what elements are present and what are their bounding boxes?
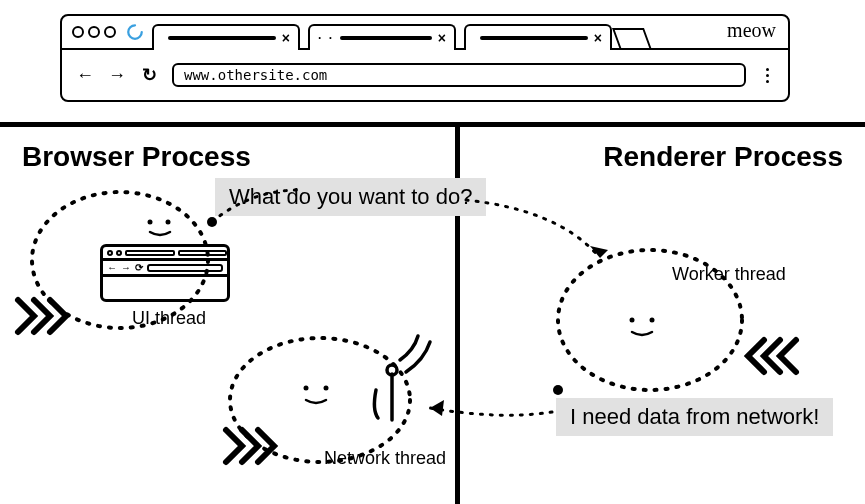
url-input[interactable]: www.othersite.com [172, 63, 746, 87]
forward-button[interactable]: → [108, 66, 126, 84]
browser-window: × · ·× × meow ← → ↻ www.othersite.com [60, 14, 790, 102]
window-close-icon[interactable] [72, 26, 84, 38]
mini-browser-icon: ←→⟳ [100, 244, 230, 302]
ui-thread-label: UI thread [132, 308, 206, 329]
speech-question: What do you want to do? [215, 178, 486, 216]
worker-thread-label: Worker thread [672, 264, 786, 285]
close-icon[interactable]: × [594, 30, 602, 46]
tab-3[interactable]: × [464, 24, 612, 50]
speech-answer: I need data from network! [556, 398, 833, 436]
menu-button[interactable] [760, 68, 774, 83]
browser-process-title: Browser Process [22, 141, 455, 173]
window-minimize-icon[interactable] [88, 26, 100, 38]
window-maximize-icon[interactable] [104, 26, 116, 38]
loading-spinner-icon [126, 23, 144, 41]
close-icon[interactable]: × [438, 30, 446, 46]
tab-1[interactable]: × [152, 24, 300, 50]
close-icon[interactable]: × [282, 30, 290, 46]
url-text: www.othersite.com [184, 67, 327, 83]
new-tab-button[interactable] [612, 28, 652, 50]
browser-brand: meow [727, 19, 776, 42]
tab-strip: × · ·× × meow [62, 16, 788, 50]
network-thread-label: Network thread [324, 448, 446, 469]
back-button[interactable]: ← [76, 66, 94, 84]
toolbar: ← → ↻ www.othersite.com [62, 50, 788, 100]
window-controls[interactable] [62, 26, 116, 38]
renderer-process-title: Renderer Process [482, 141, 843, 173]
renderer-process-box: Renderer Process [460, 122, 865, 504]
reload-button[interactable]: ↻ [140, 66, 158, 84]
tab-2[interactable]: · ·× [308, 24, 456, 50]
